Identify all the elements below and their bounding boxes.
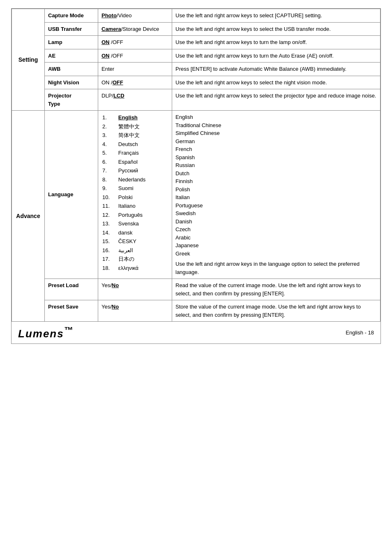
mode-language: Language (45, 111, 98, 279)
desc-usb: Use the left and right arrow keys to sel… (172, 22, 380, 36)
value-projector: DLP/LCD (98, 89, 172, 111)
value-ae: ON /OFF (98, 49, 172, 63)
desc-projector: Use the left and right arrow keys to sel… (172, 89, 380, 111)
desc-night-vision: Use the left and right arrow keys to sel… (172, 76, 380, 89)
setting-label: Setting (12, 9, 45, 111)
desc-awb: Press [ENTER] to activate Automatic Whit… (172, 63, 380, 76)
preset-save-row: Preset Save Yes/No Store the value of th… (12, 300, 380, 322)
mode-usb: USB Transfer (45, 22, 98, 36)
page: Setting Capture Mode Photo/Video Use the… (11, 8, 381, 344)
advance-label: Advance (12, 111, 45, 322)
mode-awb: AWB (45, 63, 98, 76)
advance-language-row: Advance Language 1. English 2.繁體中文 3.简体中… (12, 111, 380, 279)
value-usb: Camera/Storage Device (98, 22, 172, 36)
logo: Lumens™ (18, 325, 74, 340)
mode-projector: ProjectorType (45, 89, 98, 111)
table-row: AWB Enter Press [ENTER] to activate Auto… (12, 63, 380, 76)
preset-load-row: Preset Load Yes/No Read the value of the… (12, 279, 380, 300)
table-row: Lamp ON /OFF Use the left and right arro… (12, 36, 380, 49)
table-row: ProjectorType DLP/LCD Use the left and r… (12, 89, 380, 111)
table-row: Setting Capture Mode Photo/Video Use the… (12, 9, 380, 23)
desc-lamp: Use the left and right arrow keys to tur… (172, 36, 380, 49)
mode-preset-load: Preset Load (45, 279, 98, 300)
mode-night-vision: Night Vision (45, 76, 98, 89)
value-awb: Enter (98, 63, 172, 76)
desc-preset-save: Store the value of the current image mod… (172, 300, 380, 322)
table-row: Night Vision ON /OFF Use the left and ri… (12, 76, 380, 89)
value-capture: Photo/Video (98, 9, 172, 23)
mode-capture: Capture Mode (45, 9, 98, 23)
page-number: English - 18 (346, 330, 374, 336)
table-row: USB Transfer Camera/Storage Device Use t… (12, 22, 380, 36)
value-preset-save: Yes/No (98, 300, 172, 322)
footer: Lumens™ English - 18 (12, 322, 380, 343)
desc-preset-load: Read the value of the current image mode… (172, 279, 380, 300)
main-table: Setting Capture Mode Photo/Video Use the… (12, 9, 380, 322)
desc-language: English Traditional Chinese Simplified C… (172, 111, 380, 279)
mode-ae: AE (45, 49, 98, 63)
mode-label: Capture Mode (48, 12, 84, 19)
value-lamp: ON /OFF (98, 36, 172, 49)
value-preset-load: Yes/No (98, 279, 172, 300)
desc-ae: Use the left and right arrow keys to tur… (172, 49, 380, 63)
value-language: 1. English 2.繁體中文 3.简体中文 4.Deutsch 5.Fra… (98, 111, 172, 279)
table-row: AE ON /OFF Use the left and right arrow … (12, 49, 380, 63)
value-night-vision: ON /OFF (98, 76, 172, 89)
desc-capture: Use the left and right arrow keys to sel… (172, 9, 380, 23)
mode-lamp: Lamp (45, 36, 98, 49)
mode-preset-save: Preset Save (45, 300, 98, 322)
